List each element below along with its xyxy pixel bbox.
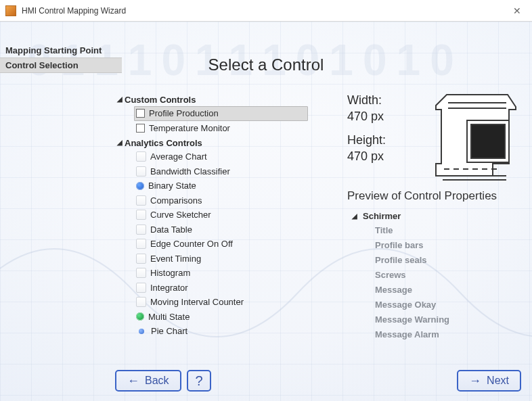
- tree-item-label: Temperature Monitor: [149, 123, 230, 133]
- height-value: 470 px: [347, 148, 386, 164]
- prop-profile-seals[interactable]: Profile seals: [375, 252, 449, 267]
- dot-icon: [136, 182, 144, 190]
- dimensions-panel: Width: 470 px Height: 470 px: [347, 92, 386, 164]
- prop-message[interactable]: Message: [375, 282, 449, 297]
- pie-icon: [139, 329, 144, 334]
- tree-item-event-timing[interactable]: Event Timing: [134, 252, 308, 266]
- arrow-left-icon: ←: [127, 375, 139, 387]
- prop-screws[interactable]: Screws: [375, 267, 449, 282]
- properties-root[interactable]: ◢ Schirmer: [352, 210, 449, 222]
- tree-group-label: Custom Controls: [125, 95, 196, 105]
- preview-image: [433, 89, 521, 184]
- tree-item-histogram[interactable]: Histogram: [134, 266, 308, 281]
- prop-message-okay[interactable]: Message Okay: [375, 297, 449, 312]
- tree-item-label: Average Chart: [150, 151, 207, 162]
- button-label: ?: [195, 373, 202, 389]
- timing-icon: [136, 254, 146, 264]
- prop-message-warning[interactable]: Message Warning: [375, 312, 449, 327]
- tree-item-label: Integrator: [150, 283, 188, 293]
- chevron-down-icon: ◢: [115, 95, 125, 103]
- chart-icon: [136, 166, 146, 176]
- tree-item-pie-chart[interactable]: Pie Chart: [134, 324, 308, 339]
- tree-item-binary-state[interactable]: Binary State: [134, 179, 308, 193]
- height-label: Height:: [347, 132, 386, 148]
- control-tree: ◢ Custom Controls Profile Production Tem…: [115, 93, 308, 340]
- interval-icon: [136, 297, 146, 307]
- profile-icon: [136, 109, 145, 118]
- close-button[interactable]: ✕: [508, 5, 527, 16]
- properties-root-label: Schirmer: [363, 211, 401, 221]
- tree-item-label: Histogram: [150, 268, 190, 278]
- tree-item-integrator[interactable]: Integrator: [134, 281, 308, 296]
- histogram-icon: [136, 268, 146, 278]
- width-value: 470 px: [347, 108, 386, 124]
- tree-item-curve-sketcher[interactable]: Curve Sketcher: [134, 208, 308, 222]
- tree-item-bandwidth-classifier[interactable]: Bandwidth Classifier: [134, 164, 308, 179]
- tree-group-label: Analytics Controls: [125, 138, 202, 148]
- prop-title[interactable]: Title: [375, 222, 449, 237]
- help-button[interactable]: ?: [187, 370, 211, 392]
- tree-item-label: Multi State: [148, 312, 190, 322]
- tree-item-edge-counter[interactable]: Edge Counter On Off: [134, 237, 308, 252]
- tree-item-label: Event Timing: [150, 254, 201, 264]
- arrow-right-icon: →: [469, 375, 481, 387]
- width-label: Width:: [347, 92, 386, 108]
- chevron-down-icon: ◢: [115, 139, 125, 146]
- properties-heading: Preview of Control Properties: [347, 189, 497, 203]
- back-button[interactable]: ← Back: [115, 370, 181, 392]
- prop-profile-bars[interactable]: Profile bars: [375, 237, 449, 252]
- table-icon: [136, 225, 146, 235]
- counter-icon: [136, 239, 146, 249]
- dot-icon: [136, 312, 144, 321]
- button-label: Back: [145, 375, 169, 387]
- properties-tree: ◢ Schirmer Title Profile bars Profile se…: [352, 210, 449, 341]
- tree-item-label: Bandwidth Classifier: [150, 166, 230, 176]
- chart-icon: [136, 195, 146, 206]
- tree-item-label: Pie Chart: [151, 326, 187, 336]
- tree-group-custom-controls[interactable]: ◢ Custom Controls: [115, 93, 308, 106]
- window-title: HMI Control Mapping Wizard: [22, 6, 508, 16]
- tree-item-data-table[interactable]: Data Table: [134, 222, 308, 237]
- chart-icon: [136, 151, 146, 162]
- prop-message-alarm[interactable]: Message Alarm: [375, 327, 449, 341]
- tree-item-label: Profile Production: [149, 108, 219, 118]
- chart-icon: [136, 210, 146, 220]
- svg-rect-0: [471, 124, 505, 158]
- tree-item-label: Data Table: [150, 225, 192, 235]
- button-label: Next: [487, 375, 509, 387]
- tree-item-label: Curve Sketcher: [150, 210, 211, 220]
- tree-item-temperature-monitor[interactable]: Temperature Monitor: [134, 121, 308, 136]
- tree-item-comparisons[interactable]: Comparisons: [134, 193, 308, 208]
- tree-item-multi-state[interactable]: Multi State: [134, 310, 308, 325]
- page-heading: Select a Control: [0, 55, 532, 74]
- titlebar: HMI Control Mapping Wizard ✕: [0, 0, 532, 22]
- tree-item-moving-interval[interactable]: Moving Interval Counter: [134, 295, 308, 310]
- content-area: 0111011101010 Mapping Starting Point Con…: [0, 22, 532, 401]
- tree-group-analytics-controls[interactable]: ◢ Analytics Controls: [115, 137, 308, 149]
- monitor-icon: [136, 124, 145, 133]
- tree-item-profile-production[interactable]: Profile Production: [134, 106, 308, 121]
- tree-item-label: Edge Counter On Off: [150, 239, 233, 249]
- next-button[interactable]: → Next: [457, 370, 521, 392]
- tree-item-label: Comparisons: [150, 195, 202, 206]
- tree-item-label: Binary State: [148, 181, 196, 191]
- app-icon: [5, 5, 16, 16]
- tree-item-label: Moving Interval Counter: [150, 297, 244, 307]
- tree-item-average-chart[interactable]: Average Chart: [134, 149, 308, 164]
- integrator-icon: [136, 283, 146, 293]
- chevron-down-icon: ◢: [352, 212, 363, 220]
